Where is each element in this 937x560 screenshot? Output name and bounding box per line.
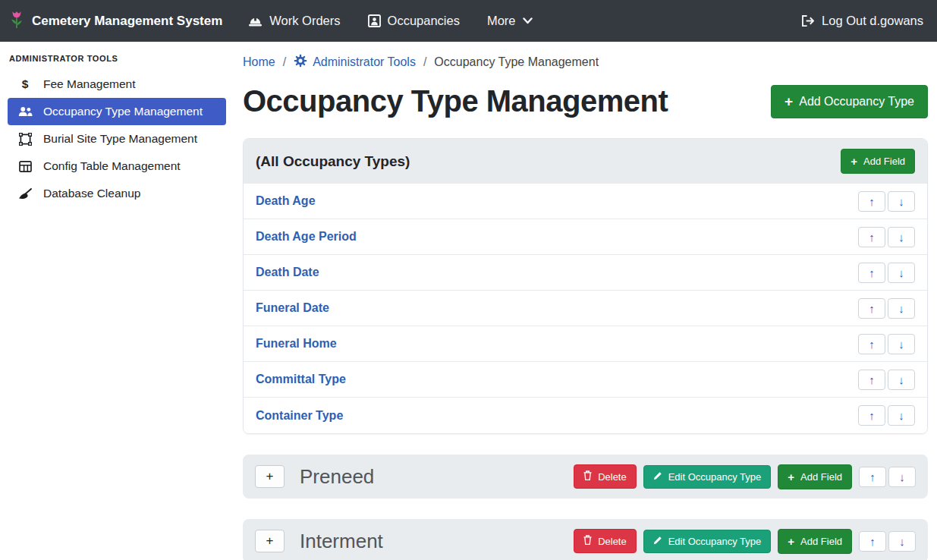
breadcrumb-separator: / <box>423 55 426 69</box>
field-row: Funeral Home ↑ ↓ <box>244 326 927 362</box>
arrow-down-icon: ↓ <box>898 266 904 279</box>
arrow-up-icon: ↑ <box>869 535 876 548</box>
field-row: Container Type ↑ ↓ <box>244 398 927 433</box>
move-up-button[interactable]: ↑ <box>858 227 885 247</box>
breadcrumb-home-link[interactable]: Home <box>243 55 275 69</box>
field-link-container-type[interactable]: Container Type <box>256 409 343 423</box>
chevron-down-icon <box>523 17 533 24</box>
move-section-down-button[interactable]: ↓ <box>888 467 916 487</box>
app-title: Cemetery Management System <box>32 14 222 29</box>
hard-hat-icon <box>248 15 263 27</box>
field-link-death-age-period[interactable]: Death Age Period <box>256 230 357 244</box>
edit-occupancy-type-button[interactable]: Edit Occupancy Type <box>643 530 772 553</box>
expand-section-button[interactable]: + <box>255 530 285 552</box>
plus-icon: + <box>851 155 857 168</box>
move-section-down-button[interactable]: ↓ <box>888 531 916 552</box>
move-down-button[interactable]: ↓ <box>888 370 915 390</box>
breadcrumb-current-page: Occupancy Type Management <box>434 55 599 69</box>
expand-section-button[interactable]: + <box>255 465 285 488</box>
arrow-down-icon: ↓ <box>898 338 904 351</box>
move-down-button[interactable]: ↓ <box>888 227 915 247</box>
app-brand[interactable]: Cemetery Management System <box>9 8 222 34</box>
edit-occupancy-type-button[interactable]: Edit Occupancy Type <box>643 465 772 489</box>
occupancy-type-section-interment: + Interment Delete <box>243 519 928 560</box>
logout-label: Log Out d.gowans <box>822 14 923 28</box>
move-up-button[interactable]: ↑ <box>858 370 885 390</box>
move-down-button[interactable]: ↓ <box>888 263 915 283</box>
field-link-funeral-date[interactable]: Funeral Date <box>256 301 329 315</box>
occupancy-type-section-preneed: + Preneed Delete <box>243 455 928 499</box>
site-frame-icon <box>17 133 33 146</box>
nav-item-occupancies[interactable]: Occupancies <box>368 14 460 28</box>
nav-item-more[interactable]: More <box>487 14 533 28</box>
arrow-up-icon: ↑ <box>869 373 875 386</box>
breadcrumb-admin-tools-link[interactable]: Administrator Tools <box>294 54 416 71</box>
nav-label-more: More <box>487 14 516 28</box>
occupant-frame-icon <box>368 14 381 27</box>
arrow-down-icon: ↓ <box>899 535 905 548</box>
breadcrumb-separator: / <box>283 55 286 69</box>
field-row: Funeral Date ↑ ↓ <box>244 291 927 326</box>
plus-icon: + <box>788 535 794 548</box>
all-types-add-field-button[interactable]: + Add Field <box>841 149 915 174</box>
arrow-up-icon: ↑ <box>869 231 875 244</box>
all-occupancy-types-card: (All Occupancy Types) + Add Field Death … <box>243 138 928 434</box>
all-types-card-header: (All Occupancy Types) + Add Field <box>244 139 927 184</box>
sidebar-item-config-table-management[interactable]: Config Table Management <box>8 153 226 180</box>
move-section-up-button[interactable]: ↑ <box>859 467 886 487</box>
logout-link[interactable]: Log Out d.gowans <box>801 14 923 28</box>
breadcrumb: Home / Administrat <box>243 48 928 71</box>
nav-label-work-orders: Work Orders <box>269 14 340 28</box>
delete-occupancy-type-button[interactable]: Delete <box>574 529 637 553</box>
arrow-up-icon: ↑ <box>869 409 875 422</box>
delete-occupancy-type-button[interactable]: Delete <box>574 464 637 489</box>
arrow-up-icon: ↑ <box>869 338 875 351</box>
plus-icon: + <box>266 533 274 549</box>
sidebar-item-label: Burial Site Type Management <box>43 132 197 146</box>
field-row: Death Age Period ↑ ↓ <box>244 219 927 255</box>
arrow-down-icon: ↓ <box>898 302 904 315</box>
move-up-button[interactable]: ↑ <box>858 405 885 426</box>
field-link-death-date[interactable]: Death Date <box>256 266 319 279</box>
trash-icon <box>583 535 592 547</box>
add-occupancy-type-button[interactable]: + Add Occupancy Type <box>771 85 928 118</box>
plus-icon: + <box>788 470 794 483</box>
add-occupancy-type-label: Add Occupancy Type <box>799 95 914 109</box>
users-icon <box>17 106 33 117</box>
sidebar-item-database-cleanup[interactable]: Database Cleanup <box>8 180 226 207</box>
move-up-button[interactable]: ↑ <box>858 191 885 212</box>
page-title: Occupancy Type Management <box>243 84 668 118</box>
field-row: Death Date ↑ ↓ <box>244 255 927 291</box>
top-navbar: Cemetery Management System Work Orders <box>0 0 937 42</box>
field-link-death-age[interactable]: Death Age <box>256 194 316 208</box>
plus-icon: + <box>266 469 274 484</box>
field-link-committal-type[interactable]: Committal Type <box>256 373 346 386</box>
field-link-funeral-home[interactable]: Funeral Home <box>256 337 337 351</box>
section-add-field-button[interactable]: + Add Field <box>778 529 852 554</box>
admin-sidebar: ADMINISTRATOR TOOLS $ Fee Management Occ… <box>0 42 234 560</box>
logout-icon <box>801 15 815 27</box>
move-up-button[interactable]: ↑ <box>858 298 885 319</box>
move-down-button[interactable]: ↓ <box>888 405 915 426</box>
sidebar-item-occupancy-type-management[interactable]: Occupancy Type Management <box>8 98 226 125</box>
plus-icon: + <box>785 93 793 110</box>
move-down-button[interactable]: ↓ <box>888 334 915 354</box>
breadcrumb-admin-tools-label: Administrator Tools <box>313 55 416 69</box>
move-section-up-button[interactable]: ↑ <box>859 531 886 552</box>
arrow-down-icon: ↓ <box>899 470 905 483</box>
move-up-button[interactable]: ↑ <box>858 334 885 354</box>
section-add-field-button[interactable]: + Add Field <box>778 464 852 489</box>
sidebar-item-label: Config Table Management <box>43 159 181 173</box>
gear-icon <box>294 54 307 71</box>
add-field-label: Add Field <box>800 536 842 547</box>
move-down-button[interactable]: ↓ <box>888 298 915 319</box>
sidebar-item-burial-site-type-management[interactable]: Burial Site Type Management <box>8 125 226 153</box>
sidebar-item-fee-management[interactable]: $ Fee Management <box>8 71 226 98</box>
edit-label: Edit Occupancy Type <box>668 471 762 483</box>
arrow-up-icon: ↑ <box>869 470 876 483</box>
sidebar-item-label: Database Cleanup <box>43 187 140 200</box>
move-down-button[interactable]: ↓ <box>888 191 915 212</box>
nav-item-work-orders[interactable]: Work Orders <box>248 14 340 28</box>
section-title: Preneed <box>300 465 374 489</box>
move-up-button[interactable]: ↑ <box>858 263 885 283</box>
